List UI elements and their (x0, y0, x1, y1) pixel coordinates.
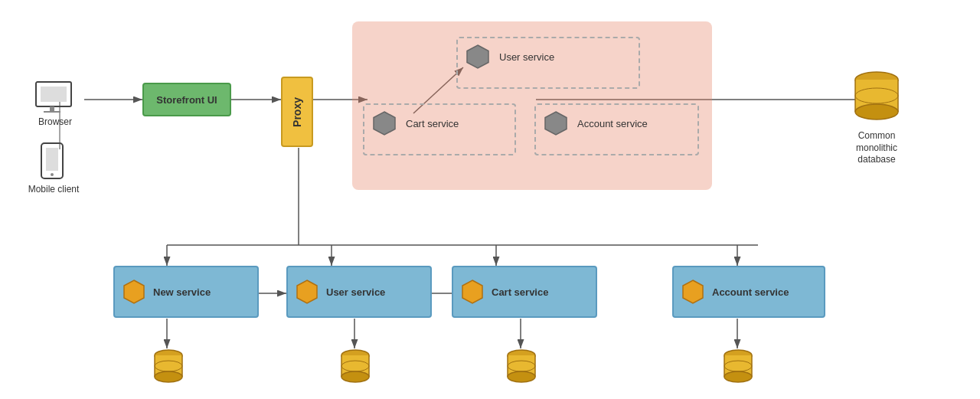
user-service-bottom-box: User service (286, 266, 432, 318)
common-db (854, 69, 900, 126)
svg-point-48 (341, 371, 369, 382)
svg-point-60 (724, 371, 752, 382)
svg-point-26 (51, 173, 54, 176)
proxy-box: Proxy (281, 77, 313, 147)
cart-service-top: Cart service (371, 110, 459, 137)
browser-icon (34, 80, 77, 117)
svg-marker-38 (462, 280, 482, 303)
svg-point-54 (508, 371, 535, 382)
db-account-service (723, 348, 753, 388)
svg-marker-37 (297, 280, 317, 303)
svg-rect-23 (44, 111, 60, 113)
mobile-icon (40, 142, 67, 184)
svg-marker-29 (545, 112, 567, 135)
common-db-label: Common monolithic database (842, 130, 911, 166)
svg-point-42 (155, 371, 182, 382)
svg-marker-39 (683, 280, 703, 303)
svg-rect-21 (41, 87, 67, 102)
svg-marker-36 (124, 280, 144, 303)
svg-rect-25 (46, 148, 58, 171)
svg-marker-27 (467, 45, 488, 68)
db-user-service (340, 348, 371, 388)
storefront-box: Storefront UI (142, 83, 231, 116)
new-service-box: New service (113, 266, 259, 318)
svg-point-32 (855, 104, 898, 119)
svg-marker-28 (374, 112, 395, 135)
cart-service-bottom-box: Cart service (452, 266, 597, 318)
svg-rect-22 (50, 106, 54, 111)
account-service-bottom-box: Account service (672, 266, 825, 318)
diagram: Browser Mobile client Storefront UI Prox… (0, 0, 980, 399)
account-service-top: Account service (542, 110, 648, 137)
db-new-service (153, 348, 184, 388)
browser-label: Browser (32, 116, 78, 127)
user-service-top: User service (464, 43, 554, 70)
db-cart-service (506, 348, 537, 388)
mobile-label: Mobile client (27, 184, 80, 195)
